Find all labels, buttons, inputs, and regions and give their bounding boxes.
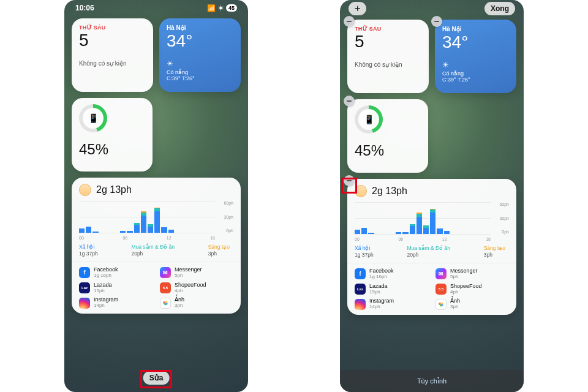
app-row: Ảnh3ph [160, 297, 233, 309]
weather-range: C:39° T:26° [167, 75, 233, 81]
calendar-no-event: Không có sự kiện [355, 61, 421, 68]
status-right: 📶 ✶ 45 [207, 4, 237, 12]
app-row: ✉Messenger5ph [435, 268, 509, 280]
divider [72, 262, 241, 262]
edit-button[interactable]: Sửa [143, 371, 170, 385]
app-row: ✉Messenger5ph [160, 267, 233, 279]
grid-label: 30ph [492, 216, 509, 221]
app-time: 14ph [94, 303, 118, 309]
bar [437, 228, 442, 234]
customize-bar[interactable]: Tùy chỉnh [340, 370, 524, 392]
bar [92, 232, 98, 233]
bar [127, 231, 132, 233]
app-row: 5.5ShopeeFood4ph [435, 284, 509, 295]
phone-icon: 📱 [83, 108, 104, 129]
app-time: 5ph [450, 274, 478, 280]
app-list: fFacebook1g 16ph✉Messenger5phLazLazada15… [79, 267, 233, 309]
battery-percent: 45% [79, 141, 145, 158]
app-row: fFacebook1g 16ph [355, 268, 428, 280]
battery-pill: 45 [226, 4, 237, 12]
xtick: 06 [398, 237, 403, 241]
app-time: 14ph [369, 304, 394, 310]
app-time: 4ph [450, 290, 482, 295]
xtick: 06 [123, 236, 127, 240]
category-creativity: Sáng tạo 3ph [208, 244, 230, 257]
chart-bars [355, 202, 491, 234]
weather-temp: 34° [442, 34, 509, 51]
app-row: Instagram14ph [79, 297, 153, 309]
xtick: 12 [167, 236, 172, 240]
battery-widget[interactable]: 📱 45% [347, 99, 428, 173]
screentime-total: 2g 13ph [372, 186, 407, 197]
remove-widget-button[interactable] [344, 16, 355, 27]
app-time: 4ph [175, 288, 206, 294]
grid-label: 60ph [216, 201, 233, 205]
widget-stack: THỨ SÁU 5 Không có sự kiện Hà Nội 34° ☀︎… [340, 17, 524, 315]
xtick: 18 [210, 236, 215, 240]
sun-icon: ☀︎ [442, 61, 509, 69]
grid-label: 30ph [216, 215, 233, 219]
screentime-chart: 60ph 30ph 0ph 00 06 12 18 [79, 201, 233, 240]
footer-edit-wrap: Sửa [143, 371, 170, 385]
memoji-icon [79, 184, 91, 196]
weather-condition: Có nắng [442, 70, 509, 77]
category-social: Xã hội 1g 37ph [79, 244, 98, 257]
status-bar: 10:06 📶 ✶ 45 [64, 0, 248, 16]
app-row: fFacebook1g 16ph [79, 267, 153, 279]
bar [430, 209, 435, 234]
bar [417, 213, 422, 234]
add-widget-button[interactable]: + [349, 2, 366, 15]
calendar-widget[interactable]: THỨ SÁU 5 Không có sự kiện [72, 18, 153, 92]
calendar-day-number: 5 [79, 32, 146, 49]
category-creativity: Sáng tạo 3ph [484, 245, 505, 258]
battery-widget[interactable]: 📱 45% [72, 98, 153, 172]
weather-condition: Có nắng [167, 69, 233, 75]
screentime-widget[interactable]: 2g 13ph 60ph 30ph 0ph 00 06 12 18 [72, 178, 241, 314]
phone-left: 10:06 📶 ✶ 45 THỨ SÁU 5 Không có sự kiện … [64, 0, 248, 392]
calendar-widget[interactable]: THỨ SÁU 5 Không có sự kiện [347, 20, 429, 93]
widget-stack: THỨ SÁU 5 Không có sự kiện Hà Nội 34° ☀︎… [64, 16, 248, 314]
weather-range: C:39° T:26° [442, 77, 509, 83]
calendar-no-event: Không có sự kiện [79, 60, 146, 67]
bar [410, 224, 415, 234]
battery-ring: 📱 [355, 105, 383, 134]
screentime-chart: 60ph 30ph 0ph 00 06 12 18 [355, 202, 509, 241]
app-list: fFacebook1g 16ph✉Messenger5phLazLazada15… [355, 268, 509, 310]
bar [120, 231, 126, 233]
remove-widget-button[interactable] [344, 175, 355, 186]
bar [134, 223, 140, 233]
chart-bars [79, 201, 215, 233]
app-row: LazLazada15ph [355, 284, 428, 295]
xtick: 18 [486, 237, 491, 241]
weather-widget[interactable]: Hà Nội 34° ☀︎ Có nắng C:39° T:26° [435, 20, 516, 93]
app-row: Ảnh3ph [435, 298, 509, 310]
bar [154, 208, 160, 233]
screentime-widget[interactable]: 2g 13ph 60ph 30ph 0ph 00 06 12 18 [347, 179, 516, 315]
weather-widget[interactable]: Hà Nội 34° ☀︎ Có nắng C:39° T:26° [159, 18, 241, 92]
done-button[interactable]: Xong [484, 2, 515, 15]
bar [368, 233, 374, 234]
customize-label: Tùy chỉnh [417, 377, 447, 385]
memoji-icon [355, 185, 367, 197]
xtick: 00 [355, 237, 360, 241]
app-time: 3ph [175, 303, 184, 309]
app-time: 15ph [369, 290, 388, 295]
app-row: 5.5ShopeeFood4ph [160, 282, 233, 294]
bar [444, 231, 450, 234]
app-time: 1g 16ph [94, 273, 118, 279]
bar [141, 211, 146, 233]
calendar-day-number: 5 [355, 33, 421, 50]
app-time: 5ph [175, 273, 202, 279]
bar [148, 224, 153, 233]
bar [355, 230, 360, 234]
svg-point-3 [165, 303, 168, 305]
xtick: 12 [442, 237, 447, 241]
grid-label: 0ph [492, 230, 509, 234]
category-shopping: Mua sắm & Đồ ăn 20ph [131, 244, 175, 257]
remove-widget-button[interactable] [344, 96, 355, 107]
remove-widget-button[interactable] [431, 16, 442, 27]
app-row: Instagram14ph [355, 298, 428, 310]
app-time: 1g 16ph [369, 274, 394, 280]
weather-temp: 34° [167, 32, 233, 50]
calendar-day-label: THỨ SÁU [79, 24, 146, 31]
